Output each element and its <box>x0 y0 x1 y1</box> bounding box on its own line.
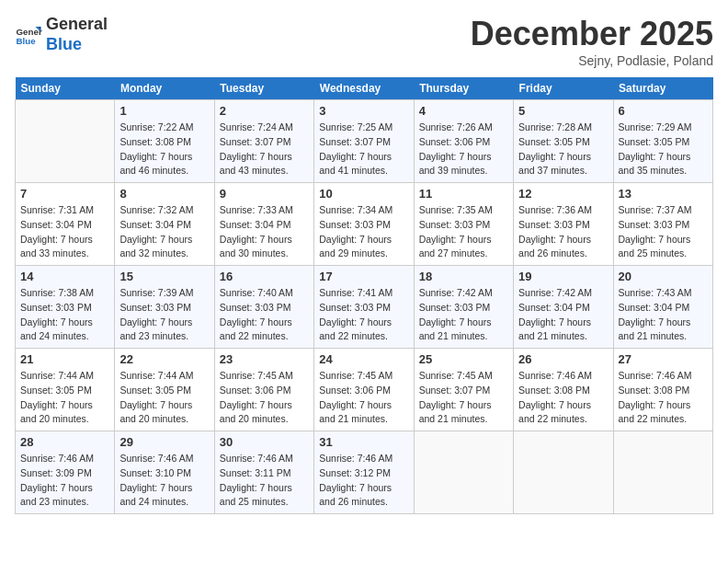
day-number: 29 <box>119 435 209 449</box>
calendar-cell: 26Sunrise: 7:46 AMSunset: 3:08 PMDayligh… <box>514 349 613 431</box>
calendar-cell: 27Sunrise: 7:46 AMSunset: 3:08 PMDayligh… <box>613 349 712 431</box>
location-subtitle: Sejny, Podlasie, Poland <box>471 53 713 68</box>
day-info: Sunrise: 7:33 AMSunset: 3:04 PMDaylight:… <box>220 203 309 261</box>
day-number: 19 <box>518 270 608 283</box>
calendar-cell: 22Sunrise: 7:44 AMSunset: 3:05 PMDayligh… <box>115 349 214 431</box>
calendar-week-row: 28Sunrise: 7:46 AMSunset: 3:09 PMDayligh… <box>16 431 713 514</box>
calendar-table: SundayMondayTuesdayWednesdayThursdayFrid… <box>15 77 713 514</box>
header-cell-tuesday: Tuesday <box>214 77 313 100</box>
calendar-cell: 7Sunrise: 7:31 AMSunset: 3:04 PMDaylight… <box>16 183 115 266</box>
day-number: 6 <box>619 104 708 118</box>
day-info: Sunrise: 7:46 AMSunset: 3:12 PMDaylight:… <box>319 452 408 510</box>
logo-text: General Blue <box>46 15 108 54</box>
calendar-cell: 3Sunrise: 7:25 AMSunset: 3:07 PMDaylight… <box>314 100 414 183</box>
calendar-cell: 9Sunrise: 7:33 AMSunset: 3:04 PMDaylight… <box>214 183 313 266</box>
calendar-cell: 28Sunrise: 7:46 AMSunset: 3:09 PMDayligh… <box>16 431 115 514</box>
calendar-cell: 19Sunrise: 7:42 AMSunset: 3:04 PMDayligh… <box>514 266 613 349</box>
day-info: Sunrise: 7:46 AMSunset: 3:08 PMDaylight:… <box>619 369 708 427</box>
calendar-cell: 11Sunrise: 7:35 AMSunset: 3:03 PMDayligh… <box>414 183 513 266</box>
calendar-cell: 20Sunrise: 7:43 AMSunset: 3:04 PMDayligh… <box>613 266 712 349</box>
day-info: Sunrise: 7:45 AMSunset: 3:07 PMDaylight:… <box>419 369 508 427</box>
day-number: 2 <box>220 104 309 118</box>
calendar-cell: 1Sunrise: 7:22 AMSunset: 3:08 PMDaylight… <box>115 100 214 183</box>
calendar-cell: 6Sunrise: 7:29 AMSunset: 3:05 PMDaylight… <box>613 100 712 183</box>
day-info: Sunrise: 7:29 AMSunset: 3:05 PMDaylight:… <box>619 121 708 178</box>
day-info: Sunrise: 7:44 AMSunset: 3:05 PMDaylight:… <box>119 369 209 427</box>
calendar-cell: 25Sunrise: 7:45 AMSunset: 3:07 PMDayligh… <box>414 349 513 431</box>
calendar-cell: 16Sunrise: 7:40 AMSunset: 3:03 PMDayligh… <box>214 266 313 349</box>
day-info: Sunrise: 7:38 AMSunset: 3:03 PMDaylight:… <box>20 286 109 344</box>
day-info: Sunrise: 7:24 AMSunset: 3:07 PMDaylight:… <box>220 121 309 178</box>
day-number: 30 <box>220 435 309 449</box>
day-info: Sunrise: 7:35 AMSunset: 3:03 PMDaylight:… <box>419 203 508 261</box>
day-number: 14 <box>20 270 109 283</box>
day-info: Sunrise: 7:43 AMSunset: 3:04 PMDaylight:… <box>619 286 708 344</box>
day-info: Sunrise: 7:31 AMSunset: 3:04 PMDaylight:… <box>20 203 109 261</box>
calendar-week-row: 21Sunrise: 7:44 AMSunset: 3:05 PMDayligh… <box>16 349 713 431</box>
day-number: 23 <box>220 352 309 366</box>
calendar-cell <box>16 100 115 183</box>
calendar-header-row: SundayMondayTuesdayWednesdayThursdayFrid… <box>16 77 713 100</box>
day-info: Sunrise: 7:42 AMSunset: 3:03 PMDaylight:… <box>419 286 508 344</box>
calendar-cell: 5Sunrise: 7:28 AMSunset: 3:05 PMDaylight… <box>514 100 613 183</box>
day-info: Sunrise: 7:46 AMSunset: 3:09 PMDaylight:… <box>20 452 109 510</box>
day-number: 17 <box>319 270 408 283</box>
calendar-cell: 8Sunrise: 7:32 AMSunset: 3:04 PMDaylight… <box>115 183 214 266</box>
day-number: 24 <box>319 352 408 366</box>
calendar-cell <box>514 431 613 514</box>
day-number: 28 <box>20 435 109 449</box>
day-number: 8 <box>119 187 209 201</box>
calendar-week-row: 7Sunrise: 7:31 AMSunset: 3:04 PMDaylight… <box>16 183 713 266</box>
svg-text:Blue: Blue <box>17 35 37 45</box>
day-number: 18 <box>419 270 508 283</box>
calendar-cell: 31Sunrise: 7:46 AMSunset: 3:12 PMDayligh… <box>314 431 414 514</box>
day-info: Sunrise: 7:25 AMSunset: 3:07 PMDaylight:… <box>319 121 408 178</box>
page-header: General Blue General Blue December 2025 … <box>15 15 713 68</box>
day-number: 9 <box>220 187 309 201</box>
day-info: Sunrise: 7:45 AMSunset: 3:06 PMDaylight:… <box>319 369 408 427</box>
calendar-cell: 18Sunrise: 7:42 AMSunset: 3:03 PMDayligh… <box>414 266 513 349</box>
day-number: 27 <box>619 352 708 366</box>
day-info: Sunrise: 7:36 AMSunset: 3:03 PMDaylight:… <box>518 203 608 261</box>
day-number: 31 <box>319 435 408 449</box>
calendar-cell: 2Sunrise: 7:24 AMSunset: 3:07 PMDaylight… <box>214 100 313 183</box>
calendar-cell: 21Sunrise: 7:44 AMSunset: 3:05 PMDayligh… <box>16 349 115 431</box>
header-cell-saturday: Saturday <box>613 77 712 100</box>
header-cell-monday: Monday <box>115 77 214 100</box>
day-info: Sunrise: 7:40 AMSunset: 3:03 PMDaylight:… <box>220 286 309 344</box>
day-info: Sunrise: 7:34 AMSunset: 3:03 PMDaylight:… <box>319 203 408 261</box>
header-cell-wednesday: Wednesday <box>314 77 414 100</box>
day-info: Sunrise: 7:39 AMSunset: 3:03 PMDaylight:… <box>119 286 209 344</box>
day-number: 4 <box>419 104 508 118</box>
header-cell-thursday: Thursday <box>414 77 513 100</box>
month-title: December 2025 <box>471 15 713 53</box>
day-number: 5 <box>518 104 608 118</box>
day-info: Sunrise: 7:26 AMSunset: 3:06 PMDaylight:… <box>419 121 508 178</box>
day-number: 13 <box>619 187 708 201</box>
day-number: 12 <box>518 187 608 201</box>
calendar-cell: 10Sunrise: 7:34 AMSunset: 3:03 PMDayligh… <box>314 183 414 266</box>
logo-icon: General Blue <box>15 21 42 49</box>
day-number: 7 <box>20 187 109 201</box>
day-info: Sunrise: 7:32 AMSunset: 3:04 PMDaylight:… <box>119 203 209 261</box>
calendar-cell: 23Sunrise: 7:45 AMSunset: 3:06 PMDayligh… <box>214 349 313 431</box>
day-info: Sunrise: 7:46 AMSunset: 3:08 PMDaylight:… <box>518 369 608 427</box>
calendar-cell: 17Sunrise: 7:41 AMSunset: 3:03 PMDayligh… <box>314 266 414 349</box>
day-number: 3 <box>319 104 408 118</box>
calendar-cell <box>414 431 513 514</box>
day-number: 1 <box>119 104 209 118</box>
calendar-cell: 24Sunrise: 7:45 AMSunset: 3:06 PMDayligh… <box>314 349 414 431</box>
calendar-week-row: 14Sunrise: 7:38 AMSunset: 3:03 PMDayligh… <box>16 266 713 349</box>
day-number: 20 <box>619 270 708 283</box>
header-cell-friday: Friday <box>514 77 613 100</box>
calendar-cell: 13Sunrise: 7:37 AMSunset: 3:03 PMDayligh… <box>613 183 712 266</box>
day-info: Sunrise: 7:46 AMSunset: 3:11 PMDaylight:… <box>220 452 309 510</box>
day-info: Sunrise: 7:46 AMSunset: 3:10 PMDaylight:… <box>119 452 209 510</box>
day-number: 22 <box>119 352 209 366</box>
day-info: Sunrise: 7:41 AMSunset: 3:03 PMDaylight:… <box>319 286 408 344</box>
day-number: 26 <box>518 352 608 366</box>
day-info: Sunrise: 7:44 AMSunset: 3:05 PMDaylight:… <box>20 369 109 427</box>
calendar-cell: 15Sunrise: 7:39 AMSunset: 3:03 PMDayligh… <box>115 266 214 349</box>
day-info: Sunrise: 7:42 AMSunset: 3:04 PMDaylight:… <box>518 286 608 344</box>
calendar-cell: 30Sunrise: 7:46 AMSunset: 3:11 PMDayligh… <box>214 431 313 514</box>
